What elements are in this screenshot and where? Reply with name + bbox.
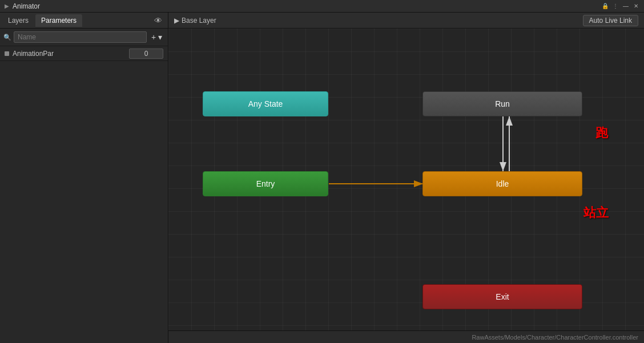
add-parameter-button[interactable]: + ▾ xyxy=(149,33,164,42)
search-icon: 🔍 xyxy=(3,34,11,41)
idle-label: Idle xyxy=(496,179,509,188)
breadcrumb-arrow: ▶ xyxy=(174,17,179,25)
search-row: 🔍 + ▾ xyxy=(0,29,168,46)
window-title: Animator xyxy=(13,2,40,10)
exit-label: Exit xyxy=(496,292,509,301)
canvas-area: ▶ Base Layer Auto Live Link xyxy=(168,13,644,343)
any-state-node[interactable]: Any State xyxy=(203,91,328,116)
status-bar: RawAssets/Models/Character/CharacterCont… xyxy=(168,330,644,343)
exit-node[interactable]: Exit xyxy=(422,284,582,309)
entry-label: Entry xyxy=(256,179,275,188)
run-label: Run xyxy=(495,99,510,108)
lock-icon[interactable]: 🔒 xyxy=(602,3,609,10)
file-path: RawAssets/Models/Character/CharacterCont… xyxy=(472,334,638,341)
auto-live-link-button[interactable]: Auto Live Link xyxy=(583,15,638,26)
title-icon: ▶ xyxy=(5,3,9,9)
tab-parameters[interactable]: Parameters xyxy=(35,14,82,27)
search-input[interactable] xyxy=(14,31,147,43)
idle-chinese-label: 站立 xyxy=(583,204,609,221)
minimize-icon[interactable]: — xyxy=(622,3,629,10)
breadcrumb-label: Base Layer xyxy=(182,17,216,25)
title-bar: ▶ Animator 🔒 ⋮ — ✕ xyxy=(0,0,644,13)
breadcrumb: ▶ Base Layer xyxy=(174,17,216,25)
param-value-input[interactable] xyxy=(129,49,163,59)
menu-icon[interactable]: ⋮ xyxy=(612,3,619,10)
entry-node[interactable]: Entry xyxy=(203,171,328,196)
run-chinese-label: 跑 xyxy=(595,124,608,142)
canvas-header: ▶ Base Layer Auto Live Link xyxy=(168,13,644,29)
parameter-row: AnimationPar xyxy=(0,46,168,61)
main-layout: Layers Parameters 👁 🔍 + ▾ AnimationPar ▶… xyxy=(0,13,644,343)
idle-node[interactable]: Idle xyxy=(422,171,582,196)
sidebar: Layers Parameters 👁 🔍 + ▾ AnimationPar xyxy=(0,13,168,343)
close-icon[interactable]: ✕ xyxy=(633,3,639,10)
eye-icon[interactable]: 👁 xyxy=(151,15,166,26)
run-node[interactable]: Run xyxy=(422,91,582,116)
tab-layers[interactable]: Layers xyxy=(2,14,34,27)
param-type-icon xyxy=(5,51,9,56)
any-state-label: Any State xyxy=(248,99,283,108)
grid-canvas[interactable]: Any State Entry Run Idle Exit 跑 站立 xyxy=(168,29,644,330)
tabs-row: Layers Parameters 👁 xyxy=(0,13,168,29)
param-name: AnimationPar xyxy=(13,50,126,58)
